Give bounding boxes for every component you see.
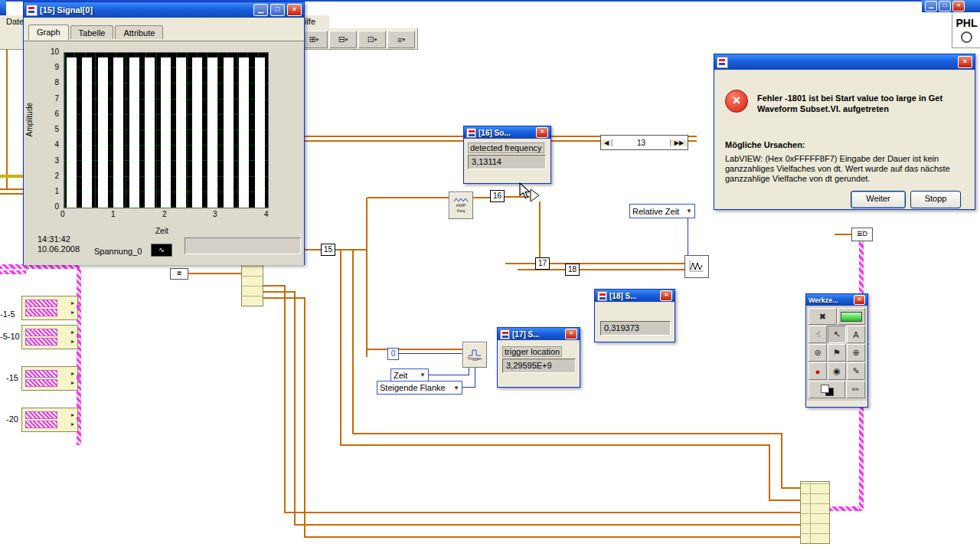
wire-label-17[interactable]: 17	[535, 257, 550, 270]
x-tick: 1	[111, 210, 116, 218]
close-button[interactable]: ×	[952, 1, 965, 11]
wire	[262, 291, 296, 293]
vi-icon-logo[interactable]: PHL	[952, 17, 980, 29]
auto-tool-led[interactable]	[838, 308, 866, 325]
tab-attribute[interactable]: Attribute	[115, 25, 163, 39]
chevron-down-icon: ▼	[686, 208, 692, 215]
bundle-node[interactable]: ▸▸	[21, 296, 78, 320]
edit-text-tool[interactable]: A	[847, 326, 865, 343]
frame-selector-value[interactable]: 13	[612, 139, 670, 147]
legend-label[interactable]: Spannung_0	[94, 247, 142, 256]
brush-tool[interactable]: ✏	[846, 381, 865, 398]
stopp-button[interactable]: Stopp	[910, 191, 961, 208]
bundle-node[interactable]: ▸▸	[21, 325, 78, 349]
auto-tool-button[interactable]: ✖	[808, 308, 837, 325]
wire-label-15[interactable]: 15	[321, 244, 335, 256]
tab-strip: Graph Tabelle Attribute	[28, 24, 165, 39]
typecast-node[interactable]: ≣D	[851, 228, 873, 241]
error-icon: ×	[725, 90, 748, 113]
close-button[interactable]: ×	[536, 127, 548, 138]
win18-titlebar[interactable]: [18] S... ×	[595, 290, 675, 302]
close-button[interactable]: ×	[958, 56, 972, 68]
signal-window: [15] Signal[0] ▁ □ × Graph Tabelle Attri…	[23, 2, 305, 265]
win17-titlebar[interactable]: [17] S... ×	[498, 328, 580, 340]
trigger-node[interactable]: Trigger	[462, 342, 487, 368]
minimize-button[interactable]: ▁	[925, 1, 937, 11]
unbundle-node[interactable]	[241, 263, 263, 306]
win17: [17] S... × trigger location 3,29595E+9	[497, 327, 580, 388]
close-button[interactable]: ×	[854, 295, 865, 305]
wire-label-16[interactable]: 16	[490, 190, 505, 202]
set-color-tool[interactable]	[808, 381, 845, 398]
y-tick: 10	[45, 47, 59, 56]
close-button[interactable]: ×	[565, 329, 577, 339]
reorder-objects-button[interactable]: ≡▾	[387, 31, 415, 48]
mouse-cursor	[519, 182, 532, 200]
wire-tool[interactable]: ⊚	[808, 344, 827, 362]
array-node[interactable]: ≣	[170, 268, 188, 280]
indicator-value[interactable]: 3,29595E+9	[502, 359, 576, 373]
color-copy-tool[interactable]: ✎	[847, 362, 865, 380]
cluster-label: -15	[6, 373, 18, 382]
connector-pane-icon[interactable]	[961, 31, 972, 43]
probe-tool[interactable]: ◉	[828, 362, 846, 380]
resize-objects-button[interactable]: ⊡▾	[358, 31, 386, 48]
weiter-button[interactable]: Weiter	[851, 191, 906, 208]
maximize-button[interactable]: □	[270, 4, 285, 16]
divider	[810, 482, 811, 543]
wire	[539, 201, 541, 263]
numeric-constant-zero[interactable]: 0	[387, 348, 399, 360]
bundle-node[interactable]: ▸▸	[21, 366, 78, 391]
tab-graph[interactable]: Graph	[28, 25, 69, 40]
win18: [18] S... × 0,319373	[594, 289, 675, 342]
distribute-icon: ⊟	[338, 34, 345, 44]
wire	[284, 512, 801, 513]
chevron-down-icon: ▾	[402, 37, 405, 43]
cluster-label: -1-5	[0, 310, 15, 319]
wire	[352, 251, 354, 434]
wire	[835, 234, 851, 235]
signal-window-titlebar[interactable]: [15] Signal[0] ▁ □ ×	[24, 2, 304, 18]
error-dialog: × × Fehler -1801 ist bei Start value too…	[714, 54, 975, 210]
close-button[interactable]: ×	[660, 290, 672, 301]
steigende-flanke-enum[interactable]: Steigende Flanke▼	[377, 381, 462, 395]
arrow-right-icon[interactable]: ▶▶	[670, 139, 688, 146]
tab-tabelle[interactable]: Tabelle	[70, 25, 114, 39]
breakpoint-tool[interactable]: ●	[808, 362, 827, 380]
maximize-button[interactable]: □	[939, 1, 951, 11]
waveform-plot[interactable]	[64, 52, 269, 208]
build-array-node[interactable]	[800, 481, 830, 544]
waveform-icon	[453, 197, 469, 203]
indicator-value[interactable]: 0,319373	[600, 321, 671, 336]
arrow-left-icon[interactable]: ◀	[601, 139, 612, 146]
align-icon: ⊞	[309, 34, 316, 44]
error-dialog-titlebar[interactable]: ×	[714, 54, 975, 70]
x-scrollbar-track[interactable]	[185, 237, 301, 254]
close-button[interactable]: ×	[287, 4, 302, 16]
wire	[368, 197, 449, 198]
tools-palette-titlebar[interactable]: Werkze... ×	[806, 294, 867, 306]
distribute-objects-button[interactable]: ⊟▾	[329, 31, 357, 48]
terminal-icon: ▸	[71, 421, 74, 427]
waveform-graph-terminal[interactable]	[684, 255, 709, 278]
bundle-node[interactable]: ▸▸	[21, 408, 78, 432]
cluster-wire	[0, 270, 26, 274]
amplitude-frequency-node[interactable]: AMP freq	[449, 192, 473, 219]
position-tool[interactable]: ↖	[828, 326, 846, 343]
relative-zeit-enum[interactable]: Relative Zeit▼	[629, 204, 695, 218]
timestamp-time: 14:31:42	[38, 234, 70, 244]
legend-plot-swatch[interactable]: ∿	[151, 244, 172, 257]
minimize-button[interactable]: ▁	[253, 4, 268, 16]
indicator-value[interactable]: 3,13114	[468, 155, 546, 169]
operate-value-tool[interactable]: ☝	[808, 326, 827, 343]
zeit-enum[interactable]: Zeit▼	[390, 368, 429, 382]
label-tool[interactable]: ⚑	[828, 344, 846, 362]
error-dialog-body: × Fehler -1801 ist bei Start value too l…	[714, 70, 975, 208]
frame-selector[interactable]: ◀ 13 ▶▶	[600, 135, 688, 150]
win16-titlebar[interactable]: [16] So... ×	[464, 126, 550, 139]
wire	[6, 49, 8, 190]
scroll-tool[interactable]: ⊕	[847, 344, 865, 362]
wire	[398, 353, 462, 354]
enum-value: Steigende Flanke	[380, 383, 446, 392]
wire-label-18[interactable]: 18	[565, 264, 580, 276]
